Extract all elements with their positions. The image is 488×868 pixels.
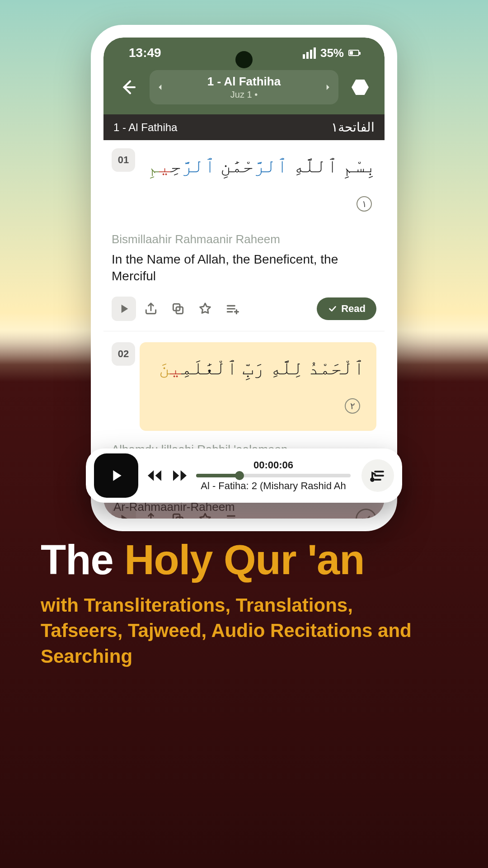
surah-selector[interactable]: 1 - Al Fathiha Juz 1 • — [150, 70, 338, 104]
chapter-subheader: 1 - Al Fathiha الفاتحة١ — [103, 114, 385, 140]
verse-add-to-list-button[interactable] — [220, 297, 244, 321]
promo-block: The Holy Qur 'an with Transliterations, … — [0, 538, 488, 670]
status-right: 35% — [303, 46, 359, 60]
verse-item: 01 بِسْمِ ٱللَّهِ ٱلرَّحْمَٰنِ ٱلرَّحِيم… — [103, 148, 385, 331]
surah-title: 1 - Al Fathiha — [207, 75, 281, 89]
verse-number-badge: 01 — [112, 148, 135, 172]
screen: 13:49 35% 1 - Al Fathiha — [103, 38, 385, 519]
audio-player: 00:00:06 Al - Fatiha: 2 (Mishary Rashid … — [86, 448, 402, 503]
verse-arabic[interactable]: بِسْمِ ٱللَّهِ ٱلرَّحْمَٰنِ ٱلرَّحِيمِ ١ — [140, 148, 376, 221]
verse-transliteration: Bismillaahir Rahmaanir Raheem — [112, 232, 376, 246]
ayah-end-marker: ٢ — [345, 398, 360, 414]
ayah-end-marker: ١ — [357, 196, 372, 212]
settings-button[interactable] — [347, 74, 374, 101]
player-now-playing: Al - Fatiha: 2 (Mishary Rashid Ah — [196, 480, 351, 492]
promo-subtitle: with Transliterations, Translations, Taf… — [41, 593, 438, 670]
camera-notch — [235, 51, 253, 68]
status-time: 13:49 — [129, 46, 161, 60]
status-battery: 35% — [320, 46, 344, 60]
prev-surah-button[interactable] — [150, 83, 171, 91]
battery-icon — [348, 50, 359, 56]
verse-arabic[interactable]: ٱلْحَمْدُ لِلَّهِ رَبِّ ٱلْعَٰلَمِينَ ٢ — [140, 342, 376, 431]
verse-bookmark-button[interactable] — [193, 297, 217, 321]
surah-juz: Juz 1 • — [207, 90, 281, 100]
verse-translation: In the Name of Allah, the Beneficent, th… — [112, 251, 376, 285]
app-header: 13:49 35% 1 - Al Fathiha — [103, 38, 385, 114]
chapter-name-ar: الفاتحة١ — [331, 120, 375, 135]
surah-title-block: 1 - Al Fathiha Juz 1 • — [207, 75, 281, 100]
player-seek-bar[interactable] — [196, 474, 351, 477]
read-chip[interactable]: Read — [317, 297, 376, 320]
player-time: 00:00:06 — [196, 459, 351, 471]
verse-number-badge: 02 — [112, 342, 135, 366]
playlist-button[interactable] — [361, 459, 394, 492]
verse-share-button[interactable] — [139, 297, 163, 321]
gear-icon — [352, 79, 369, 96]
signal-icon — [303, 47, 316, 59]
promo-title: The Holy Qur 'an — [41, 538, 447, 582]
play-pause-button[interactable] — [94, 453, 138, 498]
rewind-button[interactable] — [145, 467, 164, 485]
fast-forward-button[interactable] — [171, 467, 189, 485]
verse-play-button[interactable] — [112, 297, 136, 321]
back-button[interactable] — [114, 74, 141, 101]
chapter-name-en: 1 - Al Fathiha — [113, 121, 177, 134]
verse-copy-button[interactable] — [166, 297, 190, 321]
next-surah-button[interactable] — [317, 83, 338, 91]
